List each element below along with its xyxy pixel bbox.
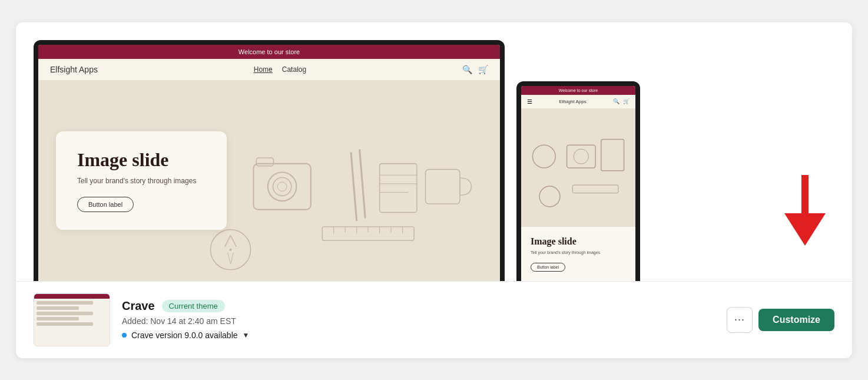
mobile-hero-subtitle: Tell your brand's story through images: [531, 250, 626, 255]
nav-catalog: Catalog: [282, 65, 306, 74]
theme-added: Added: Nov 14 at 2:40 am EST: [122, 316, 715, 326]
thumb-banner: [34, 294, 110, 299]
mobile-logo: Elfsight Apps: [559, 99, 586, 104]
theme-actions: ··· Customize: [727, 307, 834, 333]
svg-point-7: [268, 172, 297, 201]
svg-point-8: [273, 177, 291, 196]
desktop-mockup: Welcome to our store Elfsight Apps Home …: [34, 40, 505, 281]
theme-card: Welcome to our store Elfsight Apps Home …: [16, 22, 852, 358]
desktop-nav-icons: 🔍 🛒: [462, 65, 488, 74]
svg-rect-17: [425, 169, 459, 203]
desktop-nav-links: Home Catalog: [254, 65, 306, 74]
mobile-mockup: Welcome to our store ☰ Elfsight Apps 🔍 🛒: [516, 81, 640, 281]
info-section: Crave Current theme Added: Nov 14 at 2:4…: [16, 281, 852, 358]
mobile-cart-icon: 🛒: [623, 98, 630, 104]
arrow-container: [781, 175, 834, 281]
more-options-button[interactable]: ···: [727, 307, 753, 333]
desktop-hero-title: Image slide: [77, 149, 206, 171]
thumb-line-2: [37, 306, 79, 310]
mobile-hero-title: Image slide: [531, 236, 626, 247]
thumb-line-4: [37, 317, 79, 320]
desktop-banner: Welcome to our store: [38, 45, 500, 59]
desktop-hero-card: Image slide Tell your brand's story thro…: [56, 131, 227, 230]
theme-name: Crave: [122, 299, 155, 313]
mobile-nav-icons: 🔍 🛒: [613, 98, 630, 104]
svg-rect-13: [380, 163, 417, 212]
svg-line-11: [351, 152, 357, 221]
desktop-hero-subtitle: Tell your brand's story through images: [77, 177, 206, 185]
theme-thumbnail: [34, 293, 110, 346]
mobile-menu-icon: ☰: [527, 98, 532, 105]
thumb-line-1: [37, 301, 93, 305]
theme-name-row: Crave Current theme: [122, 299, 715, 313]
mobile-screen: Welcome to our store ☰ Elfsight Apps 🔍 🛒: [521, 86, 635, 281]
mobile-hero-image: [521, 109, 635, 227]
nav-home: Home: [254, 65, 273, 74]
mobile-hero-btn: Button label: [531, 263, 565, 272]
svg-line-12: [360, 149, 366, 218]
svg-point-9: [277, 181, 287, 191]
arrow-icon: [781, 175, 829, 246]
desktop-screen: Welcome to our store Elfsight Apps Home …: [38, 45, 500, 281]
preview-section: Welcome to our store Elfsight Apps Home …: [16, 22, 852, 281]
svg-line-22: [228, 252, 231, 263]
version-dropdown-icon[interactable]: ▼: [243, 331, 250, 339]
mobile-hero-card: Image slide Tell your brand's story thro…: [521, 227, 635, 281]
svg-rect-10: [256, 158, 273, 166]
theme-info: Crave Current theme Added: Nov 14 at 2:4…: [122, 299, 715, 340]
thumb-body: [34, 299, 110, 346]
cart-icon: 🛒: [478, 65, 488, 74]
mobile-nav: ☰ Elfsight Apps 🔍 🛒: [521, 95, 635, 109]
svg-point-19: [230, 248, 232, 250]
svg-line-20: [225, 235, 231, 246]
svg-rect-6: [253, 163, 310, 209]
svg-marker-40: [784, 213, 826, 246]
mobile-search-icon: 🔍: [613, 98, 619, 104]
version-dot-icon: [122, 333, 127, 338]
theme-version: Crave version 9.0.0 available: [131, 331, 238, 340]
mobile-banner: Welcome to our store: [521, 86, 635, 95]
search-icon: 🔍: [462, 65, 472, 74]
thumb-line-5: [37, 322, 93, 326]
svg-line-21: [231, 235, 237, 246]
svg-line-23: [231, 252, 234, 263]
theme-version-row: Crave version 9.0.0 available ▼: [122, 331, 715, 340]
desktop-nav: Elfsight Apps Home Catalog 🔍 🛒: [38, 59, 500, 81]
desktop-logo: Elfsight Apps: [50, 65, 98, 74]
desktop-hero: Image slide Tell your brand's story thro…: [38, 81, 500, 281]
thumb-line-3: [37, 312, 93, 315]
desktop-hero-btn: Button label: [77, 197, 134, 212]
customize-button[interactable]: Customize: [758, 309, 834, 331]
current-theme-badge: Current theme: [162, 300, 225, 312]
